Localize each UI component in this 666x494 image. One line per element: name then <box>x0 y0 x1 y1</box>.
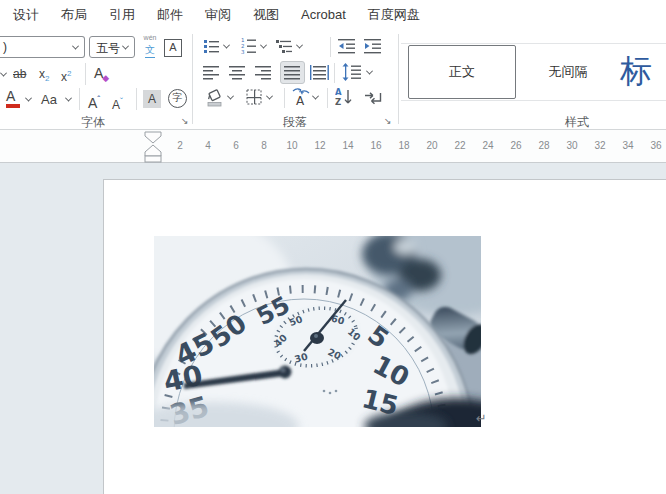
justify-icon <box>284 64 301 81</box>
justify-button-selected[interactable] <box>280 61 305 84</box>
horizontal-ruler[interactable]: 24681012141618202224262830323436 <box>0 130 666 163</box>
grow-font-button[interactable]: Aˆ <box>88 89 100 113</box>
subscript-button[interactable]: x2 <box>39 64 49 89</box>
paragraph-mark: ↵ <box>476 411 487 426</box>
borders-chevron[interactable] <box>266 93 273 100</box>
svg-text:Z: Z <box>335 97 341 107</box>
ribbon-tab-bar: 设计布局引用邮件审阅视图Acrobat百度网盘 <box>0 0 666 30</box>
style-heading1[interactable]: 标 <box>620 45 666 99</box>
numbered-list-icon[interactable]: 123 <box>240 37 257 55</box>
ruler-number: 28 <box>530 130 558 162</box>
ribbon-tab[interactable]: 布局 <box>50 0 98 30</box>
text-effects-button[interactable]: A◆ <box>94 63 110 85</box>
first-line-indent-marker[interactable] <box>145 132 161 143</box>
font-color-chevron[interactable] <box>25 95 32 102</box>
styles-group-label: 样式 <box>527 114 627 131</box>
superscript-2: 2 <box>67 69 71 78</box>
ruler-number: 10 <box>278 130 306 162</box>
enclose-characters-button[interactable]: 字 <box>168 89 187 108</box>
phonetic-guide-pinyin: wén <box>140 34 160 41</box>
character-shading-button[interactable]: A <box>143 90 161 108</box>
font-group-label: 字体 <box>0 114 186 131</box>
ribbon-tab[interactable]: 百度网盘 <box>357 0 431 30</box>
ruler-number: 6 <box>222 130 250 162</box>
multilevel-list-icon[interactable] <box>276 38 293 55</box>
phonetic-guide-button[interactable]: wén 文 <box>140 34 160 58</box>
stopwatch-photo[interactable]: 55 50 45 40 35 5 10 15 60 10 20 <box>154 236 481 427</box>
increase-indent-icon[interactable] <box>364 38 382 55</box>
subscript-2: 2 <box>45 74 49 83</box>
indent-markers[interactable] <box>144 131 164 163</box>
ribbon: ) 五号 wén 文 A ab x2 x2 A◆ A Aa Aˆ Aˇ A <box>0 30 666 130</box>
asian-layout-icon[interactable]: A <box>291 87 311 107</box>
borders-icon[interactable] <box>246 89 263 106</box>
superscript-button[interactable]: x2 <box>61 64 71 87</box>
bullet-list-chevron[interactable] <box>223 42 230 49</box>
hanging-indent-marker[interactable] <box>145 145 161 156</box>
asian-layout-chevron[interactable] <box>312 93 319 100</box>
decrease-indent-icon[interactable] <box>338 38 356 55</box>
font-color-swatch <box>6 104 20 108</box>
style-no-spacing[interactable]: 无间隔 <box>524 45 612 99</box>
font-size-value: 五号 <box>96 40 120 57</box>
line-spacing-chevron[interactable] <box>366 68 373 75</box>
grow-font-A: A <box>88 95 97 111</box>
ruler-number: 18 <box>390 130 418 162</box>
numbered-list-chevron[interactable] <box>260 42 267 49</box>
chevron-down-icon[interactable] <box>122 43 129 50</box>
align-left-icon[interactable] <box>203 64 220 81</box>
ribbon-tab[interactable]: 邮件 <box>146 0 194 30</box>
character-border-button[interactable]: A <box>164 39 182 57</box>
ruler-number: 22 <box>446 130 474 162</box>
shrink-caret-icon: ˇ <box>120 96 123 106</box>
ruler-number: 12 <box>306 130 334 162</box>
document-area[interactable]: 55 50 45 40 35 5 10 15 60 10 20 <box>0 163 666 494</box>
svg-text:A: A <box>296 94 305 107</box>
align-right-icon[interactable] <box>255 64 272 81</box>
ruler-number: 2 <box>166 130 194 162</box>
sort-icon[interactable]: A Z <box>335 87 355 108</box>
ribbon-tab[interactable]: Acrobat <box>290 0 357 30</box>
ribbon-tab[interactable]: 设计 <box>2 0 50 30</box>
ruler-number: 8 <box>250 130 278 162</box>
shrink-font-button[interactable]: Aˇ <box>112 91 123 115</box>
left-indent-marker[interactable] <box>145 156 161 162</box>
ruler-number: 20 <box>418 130 446 162</box>
svg-text:3: 3 <box>241 49 245 55</box>
ribbon-tab[interactable]: 引用 <box>98 0 146 30</box>
ruler-number: 16 <box>362 130 390 162</box>
ruler-number: 14 <box>334 130 362 162</box>
multilevel-list-chevron[interactable] <box>296 42 303 49</box>
font-size-combobox[interactable]: 五号 <box>89 36 135 58</box>
grow-caret-icon: ˆ <box>97 94 100 104</box>
paragraph-group-label: 段落 <box>195 114 395 131</box>
ribbon-tab[interactable]: 视图 <box>242 0 290 30</box>
strikethrough-button[interactable]: ab <box>13 64 26 84</box>
paragraph-dialog-launcher-icon[interactable]: ↘ <box>384 116 394 126</box>
font-color-button[interactable]: A <box>6 89 20 108</box>
bullet-list-icon[interactable] <box>203 38 220 55</box>
shading-bucket-icon[interactable] <box>206 88 224 107</box>
font-name-combobox[interactable]: ) <box>0 36 85 58</box>
ruler-number: 36 <box>642 130 666 162</box>
align-center-icon[interactable] <box>229 64 246 81</box>
text-effects-diamond-icon: ◆ <box>102 73 109 83</box>
ribbon-tab[interactable]: 审阅 <box>194 0 242 30</box>
document-page[interactable]: 55 50 45 40 35 5 10 15 60 10 20 <box>103 179 666 494</box>
stopwatch-image: 55 50 45 40 35 5 10 15 60 10 20 <box>154 236 481 427</box>
ruler-number: 32 <box>586 130 614 162</box>
line-spacing-icon[interactable] <box>342 63 362 82</box>
chevron-down-icon[interactable] <box>72 43 79 50</box>
change-case-button[interactable]: Aa <box>41 90 57 110</box>
distributed-icon[interactable] <box>310 64 329 81</box>
ruler-number: 24 <box>474 130 502 162</box>
style-normal[interactable]: 正文 <box>408 45 516 99</box>
font-dialog-launcher-icon[interactable]: ↘ <box>181 116 191 126</box>
change-case-chevron[interactable] <box>65 95 72 102</box>
shading-chevron[interactable] <box>227 93 234 100</box>
underline-menu-chevron[interactable] <box>0 70 7 77</box>
ruler-numbers: 24681012141618202224262830323436 <box>166 130 666 162</box>
phonetic-guide-hanzi: 文 <box>145 43 155 58</box>
font-name-value: ) <box>3 40 7 54</box>
show-marks-icon[interactable] <box>364 89 383 107</box>
